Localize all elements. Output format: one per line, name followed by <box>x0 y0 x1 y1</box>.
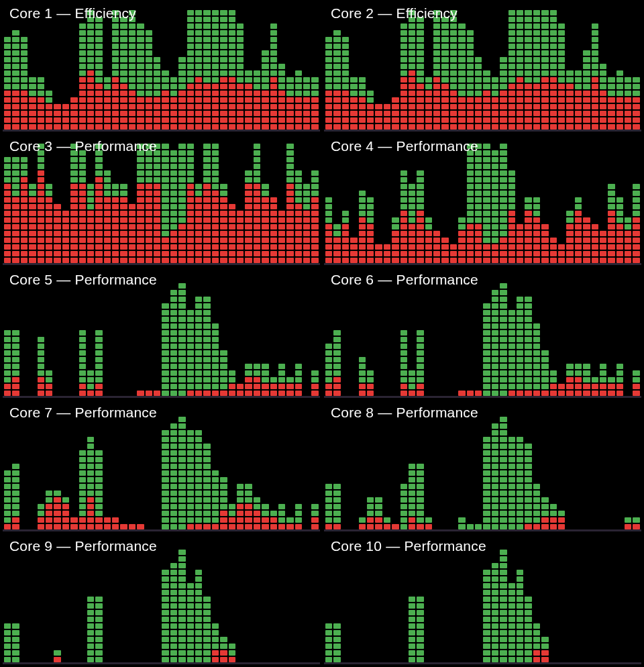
core-label: Core 3 — Performance <box>9 138 157 154</box>
core-panel-4: Core 4 — Performance <box>324 136 641 264</box>
core-label: Core 1 — Efficiency <box>9 5 136 21</box>
core-panel-8: Core 8 — Performance <box>324 402 641 531</box>
core-label: Core 9 — Performance <box>9 538 157 554</box>
core-label: Core 6 — Performance <box>331 272 478 288</box>
core-panel-3: Core 3 — Performance <box>3 136 320 264</box>
core-label: Core 8 — Performance <box>331 405 478 421</box>
core-chart <box>324 269 641 396</box>
cpu-history-grid: Core 1 — Efficiency Core 2 — Efficiency … <box>0 0 644 667</box>
core-chart <box>3 136 320 262</box>
core-panel-10: Core 10 — Performance <box>324 535 641 664</box>
core-chart <box>3 402 320 529</box>
core-panel-7: Core 7 — Performance <box>3 402 320 531</box>
core-label: Core 4 — Performance <box>331 138 478 154</box>
core-chart <box>324 3 641 130</box>
core-panel-2: Core 2 — Efficiency <box>324 3 641 132</box>
core-panel-9: Core 9 — Performance <box>3 535 320 664</box>
core-panel-6: Core 6 — Performance <box>324 269 641 398</box>
core-label: Core 5 — Performance <box>9 272 157 288</box>
core-chart <box>3 535 320 662</box>
core-panel-5: Core 5 — Performance <box>3 269 320 398</box>
core-label: Core 10 — Performance <box>331 538 486 554</box>
core-label: Core 7 — Performance <box>9 405 157 421</box>
core-chart <box>3 269 320 396</box>
core-chart <box>324 136 641 262</box>
core-label: Core 2 — Efficiency <box>331 5 458 21</box>
core-panel-1: Core 1 — Efficiency <box>3 3 320 132</box>
core-chart <box>3 3 320 130</box>
core-chart <box>324 535 641 662</box>
core-chart <box>324 402 641 529</box>
